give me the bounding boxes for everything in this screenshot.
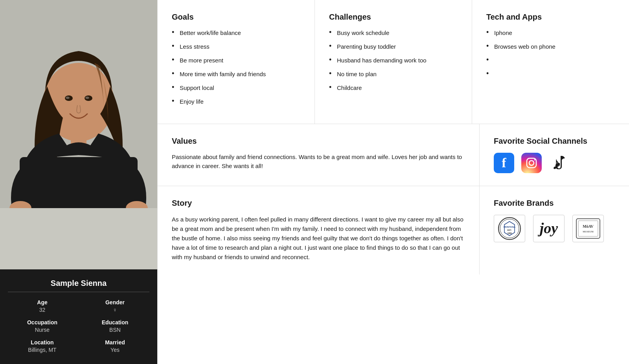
age-label: Age (8, 299, 77, 305)
location-value: Billings, MT (8, 347, 77, 353)
story-column: Story As a busy working parent, I often … (158, 186, 480, 274)
tech-column: Tech and Apps Iphone Browses web on phon… (472, 0, 629, 124)
list-item: More time with family and friends (172, 70, 300, 78)
svg-point-7 (85, 97, 89, 99)
goals-list: Better work/life balance Less stress Be … (172, 29, 300, 106)
svg-text:1889: 1889 (507, 232, 511, 234)
list-item (486, 56, 615, 64)
list-item: No time to plan (329, 70, 458, 78)
bottom-section: Story As a busy working parent, I often … (158, 186, 629, 274)
list-item: Support local (172, 84, 300, 92)
svg-text:MUSEUM: MUSEUM (583, 230, 594, 233)
list-item: Iphone (486, 29, 615, 37)
list-item: Be more present (172, 56, 300, 64)
education-value: BSN (81, 327, 149, 333)
occupation-value: Nurse (8, 327, 77, 333)
occupation-label: Occupation (8, 319, 77, 326)
location-label: Location (8, 339, 77, 346)
married-label: Married (81, 339, 149, 346)
social-column: Favorite Social Channels f (480, 124, 629, 186)
gender-label: Gender (81, 299, 149, 305)
svg-text:joy: joy (538, 220, 558, 236)
list-item: Parenting busy toddler (329, 42, 458, 51)
gender-stat: Gender ♀ (81, 299, 149, 313)
stats-grid: Age 32 Gender ♀ Occupation Nurse Educati… (8, 299, 149, 353)
gender-value: ♀ (81, 307, 149, 313)
story-text: As a busy working parent, I often feel p… (172, 215, 465, 262)
svg-point-12 (529, 161, 534, 165)
social-title: Favorite Social Channels (494, 137, 615, 146)
brand-moav: MōAV MUSEUM (572, 215, 604, 242)
top-section: Goals Better work/life balance Less stre… (158, 0, 629, 124)
svg-text:MōAV: MōAV (583, 224, 594, 229)
list-item: Less stress (172, 42, 300, 51)
values-title: Values (172, 137, 465, 146)
education-label: Education (81, 319, 149, 326)
brands-title: Favorite Brands (494, 199, 615, 208)
svg-rect-8 (20, 157, 138, 208)
right-panel: Goals Better work/life balance Less stre… (157, 0, 629, 364)
name-divider (8, 292, 149, 292)
persona-name: Sample Sienna (8, 279, 149, 288)
persona-photo (0, 0, 157, 269)
story-title: Story (172, 199, 465, 208)
svg-text:MONTANA: MONTANA (504, 226, 516, 228)
svg-point-13 (534, 159, 535, 161)
challenges-list: Busy work schedule Parenting busy toddle… (329, 29, 458, 92)
brands-column: Favorite Brands MONTANA EST. 1889 (480, 186, 629, 274)
values-column: Values Passionate about family and frien… (158, 124, 480, 186)
list-item: Busy work schedule (329, 29, 458, 37)
info-panel: Sample Sienna Age 32 Gender ♀ Occupation… (0, 269, 157, 364)
facebook-icon[interactable]: f (494, 153, 514, 173)
left-panel: Sample Sienna Age 32 Gender ♀ Occupation… (0, 0, 157, 364)
location-stat: Location Billings, MT (8, 339, 77, 353)
married-stat: Married Yes (81, 339, 149, 353)
challenges-title: Challenges (329, 13, 458, 22)
list-item: Enjoy life (172, 97, 300, 106)
svg-rect-21 (576, 219, 600, 238)
list-item (486, 70, 615, 78)
tiktok-icon[interactable]: ♪ (549, 153, 569, 173)
instagram-icon[interactable] (521, 153, 542, 173)
svg-point-16 (500, 219, 519, 238)
svg-point-15 (498, 218, 520, 240)
list-item: Better work/life balance (172, 29, 300, 37)
brand-joy: joy (533, 215, 565, 242)
married-value: Yes (81, 347, 149, 353)
list-item: Husband has demanding work too (329, 56, 458, 64)
brand-logos: MONTANA EST. 1889 joy MōAV (494, 215, 615, 242)
social-icons: f ♪ (494, 153, 615, 173)
age-value: 32 (8, 307, 77, 313)
values-text: Passionate about family and friend conne… (172, 153, 465, 170)
middle-section: Values Passionate about family and frien… (158, 124, 629, 186)
goals-title: Goals (172, 13, 300, 22)
svg-text:EST.: EST. (508, 229, 512, 231)
education-stat: Education BSN (81, 319, 149, 333)
occupation-stat: Occupation Nurse (8, 319, 77, 333)
tech-title: Tech and Apps (486, 13, 615, 22)
list-item: Childcare (329, 84, 458, 92)
list-item: Browses web on phone (486, 42, 615, 51)
brand-montana: MONTANA EST. 1889 (494, 215, 525, 242)
goals-column: Goals Better work/life balance Less stre… (158, 0, 315, 124)
challenges-column: Challenges Busy work schedule Parenting … (315, 0, 472, 124)
age-stat: Age 32 (8, 299, 77, 313)
svg-point-6 (66, 97, 70, 99)
tech-list: Iphone Browses web on phone (486, 29, 615, 78)
svg-rect-22 (578, 221, 598, 236)
